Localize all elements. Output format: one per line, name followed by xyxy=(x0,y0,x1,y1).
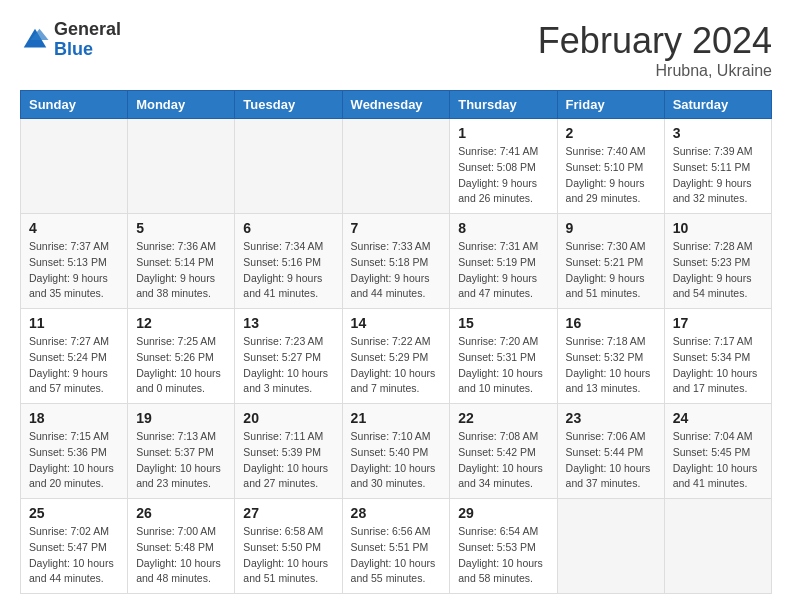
calendar-cell: 25Sunrise: 7:02 AMSunset: 5:47 PMDayligh… xyxy=(21,499,128,594)
day-number: 10 xyxy=(673,220,763,236)
calendar-cell: 10Sunrise: 7:28 AMSunset: 5:23 PMDayligh… xyxy=(664,214,771,309)
day-info: Sunrise: 6:54 AMSunset: 5:53 PMDaylight:… xyxy=(458,524,548,587)
logo-blue: Blue xyxy=(54,40,121,60)
title-block: February 2024 Hrubna, Ukraine xyxy=(538,20,772,80)
day-info: Sunrise: 7:30 AMSunset: 5:21 PMDaylight:… xyxy=(566,239,656,302)
day-number: 11 xyxy=(29,315,119,331)
calendar-cell: 18Sunrise: 7:15 AMSunset: 5:36 PMDayligh… xyxy=(21,404,128,499)
calendar-cell: 8Sunrise: 7:31 AMSunset: 5:19 PMDaylight… xyxy=(450,214,557,309)
calendar-cell: 1Sunrise: 7:41 AMSunset: 5:08 PMDaylight… xyxy=(450,119,557,214)
calendar-cell: 22Sunrise: 7:08 AMSunset: 5:42 PMDayligh… xyxy=(450,404,557,499)
calendar-cell: 26Sunrise: 7:00 AMSunset: 5:48 PMDayligh… xyxy=(128,499,235,594)
weekday-header-friday: Friday xyxy=(557,91,664,119)
day-info: Sunrise: 7:37 AMSunset: 5:13 PMDaylight:… xyxy=(29,239,119,302)
calendar-cell: 6Sunrise: 7:34 AMSunset: 5:16 PMDaylight… xyxy=(235,214,342,309)
day-number: 2 xyxy=(566,125,656,141)
day-number: 6 xyxy=(243,220,333,236)
day-info: Sunrise: 7:06 AMSunset: 5:44 PMDaylight:… xyxy=(566,429,656,492)
day-info: Sunrise: 7:10 AMSunset: 5:40 PMDaylight:… xyxy=(351,429,442,492)
day-info: Sunrise: 7:22 AMSunset: 5:29 PMDaylight:… xyxy=(351,334,442,397)
calendar-cell: 2Sunrise: 7:40 AMSunset: 5:10 PMDaylight… xyxy=(557,119,664,214)
day-number: 7 xyxy=(351,220,442,236)
day-info: Sunrise: 7:02 AMSunset: 5:47 PMDaylight:… xyxy=(29,524,119,587)
day-info: Sunrise: 7:08 AMSunset: 5:42 PMDaylight:… xyxy=(458,429,548,492)
day-number: 24 xyxy=(673,410,763,426)
day-number: 25 xyxy=(29,505,119,521)
day-info: Sunrise: 6:56 AMSunset: 5:51 PMDaylight:… xyxy=(351,524,442,587)
day-info: Sunrise: 7:39 AMSunset: 5:11 PMDaylight:… xyxy=(673,144,763,207)
day-info: Sunrise: 7:25 AMSunset: 5:26 PMDaylight:… xyxy=(136,334,226,397)
logo-text: General Blue xyxy=(54,20,121,60)
day-info: Sunrise: 7:31 AMSunset: 5:19 PMDaylight:… xyxy=(458,239,548,302)
calendar-table: SundayMondayTuesdayWednesdayThursdayFrid… xyxy=(20,90,772,594)
calendar-cell: 16Sunrise: 7:18 AMSunset: 5:32 PMDayligh… xyxy=(557,309,664,404)
day-number: 15 xyxy=(458,315,548,331)
day-info: Sunrise: 7:04 AMSunset: 5:45 PMDaylight:… xyxy=(673,429,763,492)
calendar-cell: 3Sunrise: 7:39 AMSunset: 5:11 PMDaylight… xyxy=(664,119,771,214)
calendar-cell: 17Sunrise: 7:17 AMSunset: 5:34 PMDayligh… xyxy=(664,309,771,404)
day-info: Sunrise: 7:23 AMSunset: 5:27 PMDaylight:… xyxy=(243,334,333,397)
day-number: 27 xyxy=(243,505,333,521)
calendar-cell xyxy=(664,499,771,594)
day-info: Sunrise: 7:33 AMSunset: 5:18 PMDaylight:… xyxy=(351,239,442,302)
calendar-week-row: 11Sunrise: 7:27 AMSunset: 5:24 PMDayligh… xyxy=(21,309,772,404)
logo-general: General xyxy=(54,20,121,40)
calendar-cell xyxy=(235,119,342,214)
day-number: 23 xyxy=(566,410,656,426)
weekday-header-monday: Monday xyxy=(128,91,235,119)
calendar-cell: 14Sunrise: 7:22 AMSunset: 5:29 PMDayligh… xyxy=(342,309,450,404)
day-number: 9 xyxy=(566,220,656,236)
weekday-header-thursday: Thursday xyxy=(450,91,557,119)
day-info: Sunrise: 7:13 AMSunset: 5:37 PMDaylight:… xyxy=(136,429,226,492)
page-header: General Blue February 2024 Hrubna, Ukrai… xyxy=(20,20,772,80)
day-info: Sunrise: 7:18 AMSunset: 5:32 PMDaylight:… xyxy=(566,334,656,397)
day-info: Sunrise: 7:34 AMSunset: 5:16 PMDaylight:… xyxy=(243,239,333,302)
day-number: 26 xyxy=(136,505,226,521)
weekday-header-wednesday: Wednesday xyxy=(342,91,450,119)
calendar-week-row: 4Sunrise: 7:37 AMSunset: 5:13 PMDaylight… xyxy=(21,214,772,309)
day-info: Sunrise: 7:17 AMSunset: 5:34 PMDaylight:… xyxy=(673,334,763,397)
day-number: 12 xyxy=(136,315,226,331)
day-info: Sunrise: 7:27 AMSunset: 5:24 PMDaylight:… xyxy=(29,334,119,397)
calendar-cell: 28Sunrise: 6:56 AMSunset: 5:51 PMDayligh… xyxy=(342,499,450,594)
weekday-header-tuesday: Tuesday xyxy=(235,91,342,119)
day-number: 22 xyxy=(458,410,548,426)
calendar-cell: 15Sunrise: 7:20 AMSunset: 5:31 PMDayligh… xyxy=(450,309,557,404)
day-info: Sunrise: 7:40 AMSunset: 5:10 PMDaylight:… xyxy=(566,144,656,207)
location-subtitle: Hrubna, Ukraine xyxy=(538,62,772,80)
calendar-cell xyxy=(557,499,664,594)
day-info: Sunrise: 7:20 AMSunset: 5:31 PMDaylight:… xyxy=(458,334,548,397)
calendar-cell xyxy=(128,119,235,214)
logo-icon xyxy=(20,25,50,55)
calendar-cell: 7Sunrise: 7:33 AMSunset: 5:18 PMDaylight… xyxy=(342,214,450,309)
day-number: 21 xyxy=(351,410,442,426)
calendar-cell: 21Sunrise: 7:10 AMSunset: 5:40 PMDayligh… xyxy=(342,404,450,499)
calendar-cell: 24Sunrise: 7:04 AMSunset: 5:45 PMDayligh… xyxy=(664,404,771,499)
day-info: Sunrise: 7:15 AMSunset: 5:36 PMDaylight:… xyxy=(29,429,119,492)
day-number: 20 xyxy=(243,410,333,426)
day-number: 19 xyxy=(136,410,226,426)
day-info: Sunrise: 7:41 AMSunset: 5:08 PMDaylight:… xyxy=(458,144,548,207)
day-number: 14 xyxy=(351,315,442,331)
calendar-cell xyxy=(342,119,450,214)
day-number: 18 xyxy=(29,410,119,426)
day-number: 8 xyxy=(458,220,548,236)
calendar-cell: 13Sunrise: 7:23 AMSunset: 5:27 PMDayligh… xyxy=(235,309,342,404)
calendar-cell: 29Sunrise: 6:54 AMSunset: 5:53 PMDayligh… xyxy=(450,499,557,594)
day-number: 4 xyxy=(29,220,119,236)
calendar-cell: 11Sunrise: 7:27 AMSunset: 5:24 PMDayligh… xyxy=(21,309,128,404)
calendar-cell: 5Sunrise: 7:36 AMSunset: 5:14 PMDaylight… xyxy=(128,214,235,309)
day-number: 16 xyxy=(566,315,656,331)
day-number: 1 xyxy=(458,125,548,141)
day-number: 5 xyxy=(136,220,226,236)
day-number: 29 xyxy=(458,505,548,521)
calendar-week-row: 18Sunrise: 7:15 AMSunset: 5:36 PMDayligh… xyxy=(21,404,772,499)
day-number: 28 xyxy=(351,505,442,521)
weekday-header-sunday: Sunday xyxy=(21,91,128,119)
day-number: 3 xyxy=(673,125,763,141)
calendar-week-row: 1Sunrise: 7:41 AMSunset: 5:08 PMDaylight… xyxy=(21,119,772,214)
main-title: February 2024 xyxy=(538,20,772,62)
weekday-header-row: SundayMondayTuesdayWednesdayThursdayFrid… xyxy=(21,91,772,119)
calendar-cell: 23Sunrise: 7:06 AMSunset: 5:44 PMDayligh… xyxy=(557,404,664,499)
day-info: Sunrise: 7:00 AMSunset: 5:48 PMDaylight:… xyxy=(136,524,226,587)
